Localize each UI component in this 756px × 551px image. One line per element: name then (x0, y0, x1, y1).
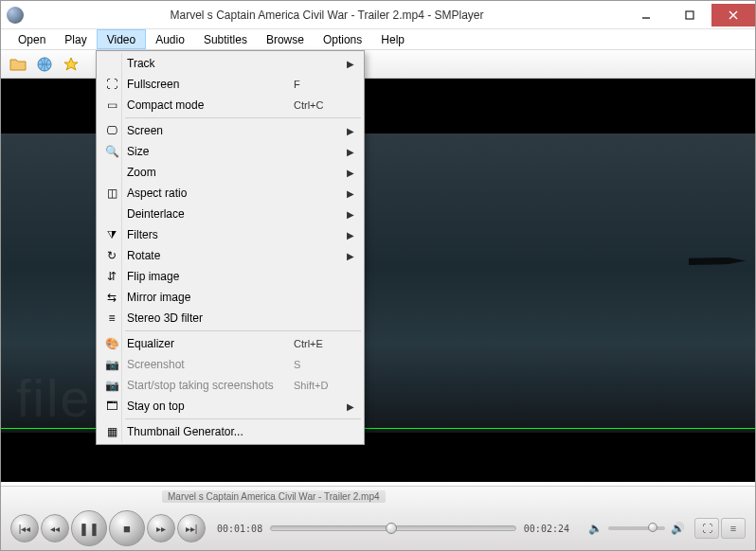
equalizer-icon: 🎨 (104, 336, 119, 351)
next-track-button[interactable]: ▸▸| (177, 514, 206, 542)
stop-button[interactable]: ■ (109, 510, 145, 546)
menu-item-aspect-ratio[interactable]: ◫Aspect ratio▶ (99, 183, 362, 204)
menu-item-label: Zoom (127, 166, 294, 179)
submenu-arrow-icon: ▶ (347, 168, 362, 178)
window-title: Marvel s Captain America Civil War - Tra… (29, 9, 624, 22)
thumbnail-generator-icon: ▦ (104, 424, 119, 439)
menubar: Open Play Video Audio Subtitles Browse O… (1, 29, 755, 50)
svg-marker-5 (64, 58, 78, 70)
menu-item-screen[interactable]: 🖵Screen▶ (99, 120, 362, 141)
menu-item-stereo-3d-filter[interactable]: ≡Stereo 3D filter (99, 308, 362, 329)
favorites-icon[interactable] (60, 53, 82, 76)
volume-slider[interactable] (608, 526, 665, 530)
zoom-icon (104, 165, 119, 180)
menu-options[interactable]: Options (314, 29, 371, 49)
menu-item-zoom[interactable]: Zoom▶ (99, 162, 362, 183)
prev-track-button[interactable]: |◂◂ (10, 514, 39, 542)
menu-item-screenshot: 📷ScreenshotS (99, 354, 362, 375)
app-icon (7, 7, 24, 24)
rewind-button[interactable]: ◂◂ (41, 514, 69, 542)
menu-item-track[interactable]: Track▶ (99, 53, 362, 74)
maximize-button[interactable] (668, 4, 711, 27)
menu-item-label: Screenshot (127, 358, 294, 371)
mirror-image-icon: ⇆ (104, 290, 119, 305)
track-info-label: Marvel s Captain America Civil War - Tra… (162, 490, 386, 503)
menu-separator (125, 418, 361, 419)
menu-help[interactable]: Help (371, 29, 414, 49)
play-pause-button[interactable]: ❚❚ (71, 510, 107, 546)
globe-icon[interactable] (33, 53, 56, 76)
menu-item-filters[interactable]: ⧩Filters▶ (99, 224, 362, 245)
menu-item-equalizer[interactable]: 🎨EqualizerCtrl+E (99, 333, 362, 354)
menu-item-mirror-image[interactable]: ⇆Mirror image (99, 287, 362, 308)
close-button[interactable] (711, 4, 755, 27)
menu-audio[interactable]: Audio (146, 29, 194, 49)
mute-icon[interactable]: 🔈 (588, 522, 603, 535)
track-icon (104, 56, 119, 71)
submenu-arrow-icon: ▶ (347, 401, 362, 412)
menu-item-shortcut: S (294, 359, 347, 370)
menu-item-start-stop-taking-screenshots: 📷Start/stop taking screenshotsShift+D (99, 375, 362, 396)
start-stop-taking-screenshots-icon: 📷 (104, 378, 119, 393)
fullscreen-icon: ⛶ (104, 77, 119, 92)
menu-item-shortcut: F (294, 79, 347, 90)
menu-item-label: Deinterlace (127, 207, 294, 221)
seek-knob[interactable] (386, 523, 397, 534)
player-controls: Marvel s Captain America Civil War - Tra… (1, 486, 755, 550)
menu-item-label: Equalizer (127, 337, 294, 350)
stay-on-top-icon: 🗔 (104, 399, 119, 414)
filters-icon: ⧩ (104, 227, 119, 242)
submenu-arrow-icon: ▶ (347, 209, 362, 220)
menu-item-stay-on-top[interactable]: 🗔Stay on top▶ (99, 396, 362, 417)
rotate-icon: ↻ (104, 248, 119, 263)
minimize-button[interactable] (624, 4, 668, 27)
menu-item-shortcut: Ctrl+E (294, 338, 347, 349)
menu-item-label: Fullscreen (127, 78, 294, 91)
menu-item-label: Thumbnail Generator... (127, 425, 294, 438)
seek-slider[interactable] (270, 525, 516, 531)
forward-button[interactable]: ▸▸ (147, 514, 175, 542)
menu-item-label: Rotate (127, 249, 294, 262)
folder-icon[interactable] (7, 53, 29, 76)
aspect-ratio-icon: ◫ (104, 186, 119, 201)
menu-play[interactable]: Play (55, 29, 96, 49)
volume-knob[interactable] (648, 523, 657, 532)
menu-item-rotate[interactable]: ↻Rotate▶ (99, 245, 362, 266)
total-time: 00:02:24 (524, 524, 569, 534)
menu-separator (125, 330, 361, 331)
playlist-button[interactable]: ≡ (721, 518, 746, 539)
submenu-arrow-icon: ▶ (347, 147, 362, 157)
screenshot-icon: 📷 (104, 357, 119, 372)
menu-browse[interactable]: Browse (257, 29, 314, 49)
submenu-arrow-icon: ▶ (347, 59, 362, 69)
size-icon: 🔍 (104, 144, 119, 159)
menu-item-label: Aspect ratio (127, 187, 294, 200)
menu-item-label: Screen (127, 124, 294, 137)
submenu-arrow-icon: ▶ (347, 230, 362, 240)
menu-subtitles[interactable]: Subtitles (194, 29, 257, 49)
menu-item-label: Mirror image (127, 291, 294, 304)
menu-item-label: Start/stop taking screenshots (127, 379, 294, 392)
fullscreen-toggle-button[interactable]: ⛶ (694, 518, 719, 539)
menu-item-label: Compact mode (127, 98, 294, 112)
menu-item-fullscreen[interactable]: ⛶FullscreenF (99, 74, 362, 95)
menu-item-thumbnail-generator[interactable]: ▦Thumbnail Generator... (99, 421, 362, 442)
menu-separator (125, 117, 361, 118)
svg-rect-1 (686, 11, 693, 19)
menu-item-size[interactable]: 🔍Size▶ (99, 141, 362, 162)
menu-item-deinterlace[interactable]: Deinterlace▶ (99, 204, 362, 224)
menu-item-flip-image[interactable]: ⇵Flip image (99, 266, 362, 287)
volume-max-icon[interactable]: 🔊 (671, 522, 685, 535)
menu-video[interactable]: Video (97, 29, 146, 49)
window-controls (624, 4, 755, 27)
menu-item-label: Stereo 3D filter (127, 311, 294, 325)
deinterlace-icon (104, 206, 119, 222)
menu-item-shortcut: Ctrl+C (294, 99, 347, 111)
titlebar: Marvel s Captain America Civil War - Tra… (1, 1, 755, 29)
screen-icon: 🖵 (104, 123, 119, 138)
flip-image-icon: ⇵ (104, 269, 119, 284)
compact-mode-icon: ▭ (104, 98, 119, 113)
menu-item-compact-mode[interactable]: ▭Compact modeCtrl+C (99, 95, 362, 116)
seek-bar: 00:01:08 00:02:24 (217, 524, 569, 534)
menu-open[interactable]: Open (9, 29, 55, 49)
